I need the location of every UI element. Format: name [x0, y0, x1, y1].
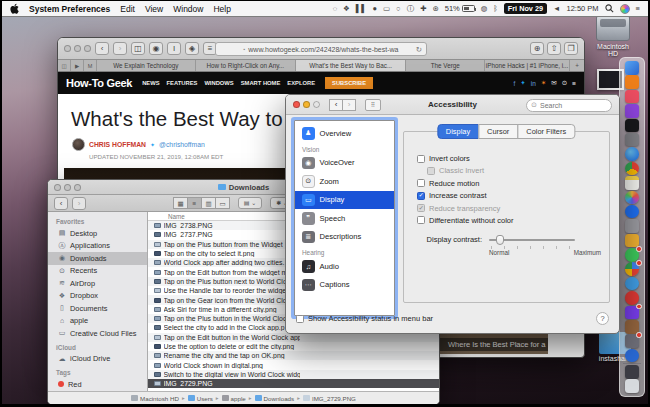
dock-gray-app[interactable]	[625, 219, 639, 233]
dock-blue-browser[interactable]	[625, 277, 639, 291]
sidebar-toggle-icon[interactable]: ◫	[131, 42, 145, 55]
accessibility-item-captions[interactable]: ⋯Captions	[295, 276, 394, 295]
sidebar-item-desktop[interactable]: ▤Desktop	[48, 227, 147, 240]
sidebar-item-icloud-drive[interactable]: ☁iCloud Drive	[48, 353, 147, 366]
extension-bar-icon[interactable]: I	[167, 42, 181, 55]
show-all-preferences-button[interactable]: ⠿	[365, 99, 381, 111]
menu-date[interactable]: Fri Nov 29	[504, 3, 547, 14]
checkbox[interactable]	[417, 216, 425, 224]
dock-appstore[interactable]	[625, 205, 639, 219]
back-button[interactable]: ‹	[54, 197, 68, 210]
file-row[interactable]: Use the option to delete or edit the cit…	[148, 342, 439, 351]
twitter-icon[interactable]: ✦	[520, 79, 525, 87]
volume-icon[interactable]: ◄	[553, 1, 560, 17]
apple-menu-icon[interactable]	[10, 3, 19, 14]
dock-news[interactable]	[625, 133, 639, 147]
dock-safari[interactable]	[625, 147, 639, 161]
preferences-search-field[interactable]: ⊙	[526, 99, 612, 112]
file-row[interactable]: World Clock shown in digital.png	[148, 360, 439, 369]
menu-item-view[interactable]: View	[145, 4, 163, 14]
extension-htg-icon[interactable]: ◉	[149, 42, 163, 55]
checkbox[interactable]	[427, 167, 435, 175]
notification-center-icon[interactable]: ≡	[636, 1, 640, 17]
dock-vlc[interactable]	[625, 75, 639, 89]
keyboard-viewer-icon[interactable]: ◍	[481, 1, 488, 17]
backup-status-icon[interactable]: ⊛	[432, 1, 438, 17]
dock-chrome[interactable]	[625, 162, 639, 176]
path-segment[interactable]: apple	[222, 395, 246, 402]
new-tab-button[interactable]: +	[570, 60, 584, 71]
safari-tab-5[interactable]: iPhone Hacks | #1 iPhone, i...	[485, 60, 570, 71]
dock-minimized-window[interactable]	[625, 365, 639, 379]
checkbox-row-invert-colors[interactable]: Invert colors	[417, 154, 514, 163]
sync-status-icon[interactable]: ◌	[333, 1, 337, 17]
menu-clock[interactable]: 12:50 PM	[567, 4, 599, 13]
slider-handle[interactable]	[496, 235, 504, 245]
fan-utility-icon[interactable]: ✚	[420, 1, 426, 17]
search-icon[interactable]: ⊙	[562, 79, 567, 87]
list-view-button[interactable]: ≡	[187, 197, 202, 209]
safari-tab-1[interactable]: We Explain Technology	[97, 60, 196, 71]
zoom-button[interactable]	[84, 45, 91, 52]
htg-nav-news[interactable]: NEWS	[142, 80, 159, 86]
checkbox[interactable]	[417, 204, 425, 212]
icon-view-button[interactable]: ▦	[173, 197, 188, 209]
checkbox-row-classic-invert[interactable]: Classic Invert	[427, 166, 514, 175]
status-dot-icon[interactable]: ○	[396, 1, 401, 17]
path-segment[interactable]: IMG_2729.PNG	[303, 395, 356, 402]
close-button[interactable]	[293, 101, 300, 108]
dock-1password[interactable]	[625, 349, 639, 363]
siri-icon[interactable]	[620, 4, 630, 14]
accessibility-item-overview[interactable]: ♟Overview	[295, 124, 394, 143]
info-icon[interactable]: ⓘ	[407, 1, 415, 17]
pinned-tab-site[interactable]: ◫	[58, 60, 71, 71]
forward-button[interactable]: ›	[113, 42, 127, 55]
share-icon[interactable]: ⇧	[547, 42, 561, 55]
dock-photos[interactable]	[625, 191, 639, 205]
author-name[interactable]: CHRIS HOFFMAN	[89, 141, 146, 148]
dock-opera[interactable]	[625, 291, 639, 305]
sidebar-item-dropbox[interactable]: ❖Dropbox	[48, 290, 147, 303]
accessibility-item-display[interactable]: ▭Display	[295, 191, 394, 210]
checkbox-row-differentiate-without-color[interactable]: Differentiate without color	[417, 216, 514, 225]
dock-music[interactable]	[625, 90, 639, 104]
sidebar-item-apple[interactable]: ⌂apple	[48, 315, 147, 328]
safari-tab-3[interactable]: What's the Best Way to Bac...	[296, 60, 406, 71]
menu-item-edit[interactable]: Edit	[120, 4, 135, 14]
dock-camera-app[interactable]	[625, 334, 639, 348]
checkbox[interactable]	[417, 192, 425, 200]
dock-purple-app[interactable]	[625, 306, 639, 320]
sidebar-item-airdrop[interactable]: ≋AirDrop	[48, 277, 147, 290]
back-button[interactable]: ‹	[95, 42, 109, 55]
checkbox-row-reduce-transparency[interactable]: Reduce transparency	[417, 204, 514, 213]
sidebar-item-downloads[interactable]: ◉Downloads	[48, 252, 147, 265]
forward-button[interactable]: ›	[342, 99, 356, 111]
tab-display[interactable]: Display	[437, 124, 479, 139]
facebook-icon[interactable]: f	[514, 80, 516, 87]
contrast-slider[interactable]: Normal Maximum	[489, 235, 601, 257]
path-segment[interactable]: Users	[188, 395, 213, 402]
dock-finder[interactable]	[625, 61, 639, 75]
pinned-tab-youtube[interactable]: ▶	[71, 60, 84, 71]
column-view-button[interactable]: ▥	[201, 197, 216, 209]
dock-podcasts[interactable]	[625, 104, 639, 118]
dock-tv[interactable]	[625, 119, 639, 133]
tab-color-filters[interactable]: Color Filters	[517, 124, 575, 139]
notification-bell-icon[interactable]: ●	[372, 1, 377, 17]
address-bar[interactable]: ▪ www.howtogeek.com/242428/whats-the-bes…	[215, 42, 427, 56]
sidebar-item-creative-cloud-files[interactable]: ▭Creative Cloud Files	[48, 327, 147, 340]
reload-icon[interactable]: ↻	[416, 45, 422, 54]
dock-butterfly-app[interactable]	[625, 234, 639, 248]
checkbox-row-reduce-motion[interactable]: Reduce motion	[417, 179, 514, 188]
search-input[interactable]	[527, 100, 611, 111]
menu-item-window[interactable]: Window	[173, 4, 203, 14]
macintosh-hd-icon[interactable]: Macintosh HD	[592, 15, 634, 57]
show-status-checkbox-row[interactable]: Show Accessibility status in menu bar	[296, 314, 433, 323]
tab-cursor[interactable]: Cursor	[478, 124, 518, 139]
battery-indicator[interactable]: 51%	[445, 4, 475, 13]
menu-item-help[interactable]: Help	[213, 4, 230, 14]
sidebar-item-documents[interactable]: ▯Documents	[48, 302, 147, 315]
dock-notes[interactable]	[625, 176, 639, 190]
checkbox-row-increase-contrast[interactable]: Increase contrast	[417, 191, 514, 200]
help-button[interactable]: ?	[596, 312, 609, 325]
